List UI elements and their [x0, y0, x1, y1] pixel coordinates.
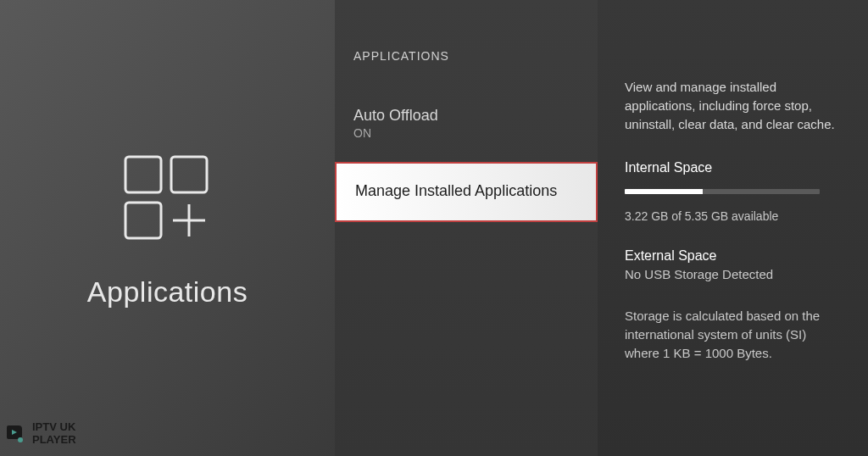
- external-space-value: No USB Storage Detected: [625, 267, 843, 281]
- storage-note: Storage is calculated based on the inter…: [625, 307, 843, 362]
- applications-title: Applications: [87, 275, 248, 309]
- watermark-line1: IPTV UK: [32, 421, 76, 433]
- watermark-logo: IPTV UK PLAYER: [3, 421, 76, 446]
- svg-rect-0: [125, 157, 161, 192]
- menu-item-manage-installed[interactable]: Manage Installed Applications: [335, 162, 598, 222]
- svg-rect-1: [171, 157, 207, 192]
- menu-item-title: Auto Offload: [353, 107, 579, 125]
- watermark-line2: PLAYER: [32, 434, 76, 446]
- storage-progress-fill: [625, 189, 703, 194]
- middle-panel: APPLICATIONS Auto Offload ON Manage Inst…: [335, 0, 598, 456]
- left-panel: Applications IPTV UK PLAYER: [0, 0, 335, 456]
- applications-icon: [117, 148, 219, 250]
- external-space-label: External Space: [625, 248, 843, 264]
- description-text: View and manage installed applications, …: [625, 78, 843, 133]
- menu-item-auto-offload[interactable]: Auto Offload ON: [335, 97, 598, 150]
- storage-progress-bar: [625, 189, 820, 194]
- internal-space-label: Internal Space: [625, 160, 843, 175]
- menu-item-title: Manage Installed Applications: [355, 182, 577, 200]
- svg-point-6: [18, 437, 23, 442]
- section-header: APPLICATIONS: [335, 49, 598, 63]
- svg-rect-2: [125, 203, 161, 238]
- internal-space-value: 3.22 GB of 5.35 GB available: [625, 209, 843, 223]
- menu-item-subtitle: ON: [353, 126, 579, 140]
- right-panel: View and manage installed applications, …: [598, 0, 868, 456]
